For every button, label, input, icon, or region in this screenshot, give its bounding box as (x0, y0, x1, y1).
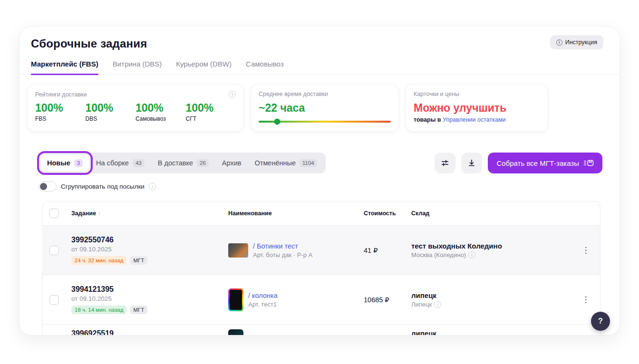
column-task[interactable]: Задание↑ (71, 210, 228, 217)
age-badge: 18 ч. 14 мин. назад (71, 306, 126, 314)
table-header: Задание↑ Наименование Стоимость Склад (43, 201, 600, 225)
group-parcels-info-icon[interactable]: i (149, 183, 156, 190)
task-date: от 09.10.2025 (71, 246, 228, 253)
tab-courier-dbw[interactable]: Курьером (DBW) (176, 58, 232, 74)
sort-asc-icon: ↑ (98, 210, 101, 217)
column-price: Стоимость (364, 210, 411, 217)
task-id: 3994121395 (71, 285, 228, 294)
help-fab-button[interactable]: ? (591, 312, 610, 331)
instruction-button[interactable]: i Инструкция (550, 35, 603, 49)
panel-header: Сборочные задания i Инструкция (19, 27, 620, 50)
cards-note-prefix: товары в (414, 116, 443, 123)
info-icon: i (556, 39, 562, 46)
product-thumbnail[interactable] (228, 329, 243, 335)
delivery-time-scale (259, 121, 391, 123)
question-icon[interactable]: ? (229, 91, 236, 98)
price-cell: 10685 ₽ (364, 296, 411, 304)
segment-count: 3 (74, 159, 83, 167)
download-button[interactable] (461, 153, 482, 173)
warehouse-name: липецк (411, 291, 577, 299)
rating-fbs: 100% FBS (35, 102, 86, 122)
rating-value: 100% (186, 102, 236, 115)
row-menu-button[interactable]: ⋮ (577, 246, 594, 254)
rating-dbs: 100% DBS (86, 102, 136, 122)
tab-vitrina-dbs[interactable]: Витрина (DBS) (113, 58, 162, 74)
cards-title: Карточки и цены (414, 91, 540, 97)
warehouse-cell: липецк Липецкi (411, 291, 577, 308)
task-cell: 3996925519 (71, 329, 228, 335)
stock-management-link[interactable]: Управлении остатками (443, 116, 505, 123)
product-meta: Арт. тест1 (248, 301, 278, 308)
segment-label: В доставке (158, 159, 193, 167)
collect-all-mgt-button[interactable]: Собрать все МГТ-заказы (488, 153, 602, 173)
warehouse-info-icon[interactable]: i (434, 301, 441, 308)
rating-pickup: 100% Самовывоз (136, 102, 186, 122)
row-checkbox[interactable] (49, 295, 59, 305)
download-icon (467, 159, 476, 167)
product-link[interactable]: / Ботинки тест (253, 242, 312, 250)
row-menu-button[interactable]: ⋮ (577, 296, 594, 304)
task-id: 3996925519 (71, 329, 228, 335)
table-row: 3992550746 от 09.10.2025 24 ч. 32 мин. н… (43, 225, 600, 275)
package-list-icon (583, 159, 594, 167)
orders-table: Задание↑ Наименование Стоимость Склад 39… (42, 201, 600, 335)
product-cell: / колонка Арт. тест1 (228, 288, 364, 311)
rating-label: СГТ (186, 115, 236, 122)
mgt-badge: МГТ (130, 306, 147, 314)
warehouse-meta: Липецк (411, 301, 432, 308)
segment-count: 1104 (300, 159, 317, 167)
cards-status: Можно улучшить (414, 102, 540, 115)
product-cell: / Ботинки тест Арт. боты дак · Р-р А (228, 242, 364, 259)
table-row: 3994121395 от 09.10.2025 18 ч. 14 мин. н… (43, 275, 600, 324)
product-link[interactable]: / колонка (248, 292, 278, 299)
warehouse-name: тест выходных Коледино (411, 242, 577, 250)
price-cell: 41 ₽ (364, 247, 411, 254)
warehouse-meta: Москва (Коледино) (411, 251, 466, 259)
column-warehouse: Склад (411, 210, 577, 217)
group-parcels-toggle[interactable] (39, 182, 57, 192)
rating-value: 100% (86, 102, 136, 115)
filter-settings-button[interactable] (435, 153, 455, 173)
segment-in-delivery[interactable]: В доставке 26 (151, 154, 215, 172)
segment-cancelled[interactable]: Отменённые 1104 (248, 154, 323, 172)
segment-archive[interactable]: Архив (215, 154, 248, 172)
ratings-title: Рейтинги доставки (35, 91, 87, 98)
age-badge: 24 ч. 32 мин. назад (71, 256, 126, 265)
segment-label: Архив (222, 159, 242, 167)
cards-note: товары в Управлении остатками (414, 116, 540, 123)
rating-value: 100% (136, 102, 186, 115)
task-date: от 09.10.2025 (71, 295, 228, 302)
product-thumbnail[interactable] (228, 288, 243, 311)
delivery-mode-tabs: Маркетплейс (FBS) Витрина (DBS) Курьером… (19, 58, 620, 75)
product-meta: Арт. боты дак · Р-р А (253, 251, 312, 259)
tab-marketplace-fbs[interactable]: Маркетплейс (FBS) (31, 58, 98, 74)
table-row: 3996925519 / липецк ⋮ (43, 324, 600, 335)
warehouse-info-icon[interactable]: i (468, 251, 475, 259)
status-segments: Новые 3 На сборке 43 В доставке 26 Архив… (39, 153, 326, 173)
warehouse-cell: тест выходных Коледино Москва (Коледино)… (411, 242, 577, 259)
tab-pickup[interactable]: Самовывоз (246, 58, 284, 74)
table-actions: Собрать все МГТ-заказы (435, 153, 602, 173)
segment-assembling[interactable]: На сборке 43 (89, 154, 151, 172)
column-task-label: Задание (71, 210, 96, 217)
row-checkbox[interactable] (49, 246, 59, 255)
task-cell: 3992550746 от 09.10.2025 24 ч. 32 мин. н… (71, 236, 228, 265)
rating-value: 100% (35, 102, 86, 115)
filter-row: Новые 3 На сборке 43 В доставке 26 Архив… (19, 132, 620, 173)
segment-new[interactable]: Новые 3 (40, 154, 89, 172)
segment-count: 26 (197, 159, 209, 167)
group-parcels-row: Сгруппировать под посылки i (19, 173, 620, 192)
cards-prices-card: Карточки и цены Можно улучшить товары в … (406, 84, 548, 132)
time-value: ~22 часа (259, 102, 391, 115)
delivery-time-card: Среднее время доставки ~22 часа (251, 84, 399, 132)
product-thumbnail[interactable] (228, 243, 248, 258)
select-all-checkbox[interactable] (49, 209, 59, 218)
delivery-time-marker (274, 119, 280, 125)
page-title: Сборочные задания (31, 37, 602, 50)
time-title: Среднее время доставки (259, 91, 391, 97)
rating-label: FBS (35, 115, 86, 122)
warehouse-name: липецк (411, 329, 577, 335)
segment-label: На сборке (96, 159, 129, 167)
mgt-badge: МГТ (130, 256, 147, 265)
assembly-tasks-panel: Сборочные задания i Инструкция Маркетпле… (19, 26, 620, 335)
